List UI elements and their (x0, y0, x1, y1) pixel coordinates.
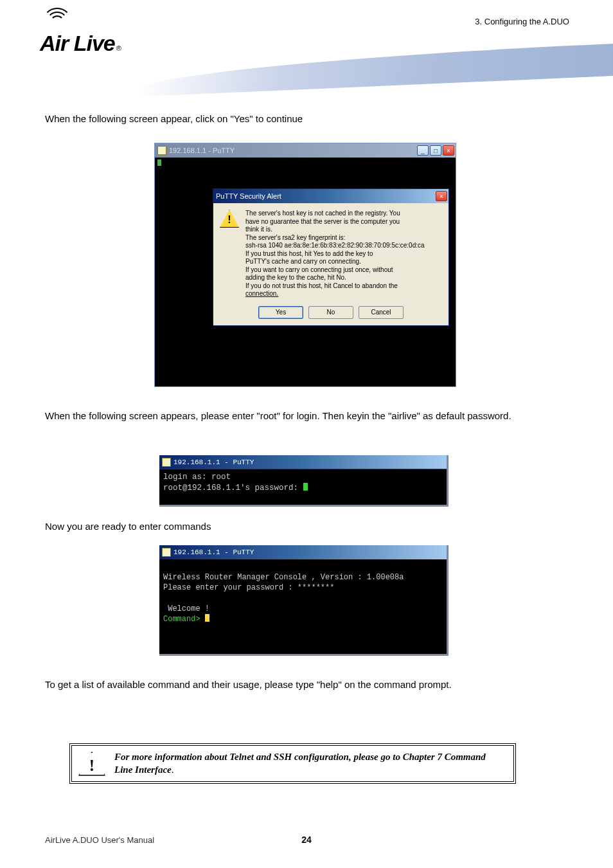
header-swoosh (138, 44, 613, 96)
warning-icon (220, 210, 239, 228)
alert-title: PuTTY Security Alert (216, 192, 281, 200)
alert-line: ssh-rsa 1040 ae:8a:8e:1e:6b:83:e2:82:90:… (245, 242, 425, 250)
alert-line: have no guarantee that the server is the… (245, 218, 425, 226)
putty-icon (162, 548, 171, 557)
alert-button-row: Yes No Cancel (213, 302, 449, 325)
alert-line: The server's rsa2 key fingerprint is: (245, 234, 425, 242)
screenshot-putty-login: 192.168.1.1 - PuTTY login as: root root@… (159, 455, 449, 507)
para-3: Now you are ready to enter commands (45, 520, 211, 534)
term-line: login as: root (163, 473, 231, 482)
terminal-content: login as: root root@192.168.1.1's passwo… (159, 469, 447, 496)
window-titlebar: 192.168.1.1 - PuTTY (159, 545, 447, 559)
para-2: When the following screen appears, pleas… (45, 409, 569, 424)
alert-connection-link[interactable]: connection. (245, 290, 278, 297)
window-title: 192.168.1.1 - PuTTY (169, 147, 235, 154)
header-chapter: 3. Configuring the A.DUO (475, 15, 569, 28)
alert-line: adding the key to the cache, hit No. (245, 274, 425, 282)
caution-icon (78, 752, 105, 776)
footer-page-number: 24 (301, 835, 312, 845)
para-1: When the following screen appear, click … (45, 112, 303, 127)
minimize-button[interactable]: _ (417, 145, 429, 156)
term-line: root@192.168.1.1's password: (163, 484, 303, 493)
window-titlebar-inactive: 192.168.1.1 - PuTTY _ □ × (155, 143, 456, 158)
term-line: Welcome ! (163, 604, 209, 613)
alert-line: If you do not trust this host, hit Cance… (245, 282, 425, 291)
terminal-content: Wireless Router Manager Console , Versio… (159, 559, 447, 627)
alert-line: The server's host key is not cached in t… (245, 210, 425, 218)
window-title: 192.168.1.1 - PuTTY (173, 548, 254, 556)
close-button[interactable]: × (443, 145, 454, 156)
callout-text: For more information about Telnet and SS… (114, 751, 504, 776)
alert-line: think it is. (245, 226, 425, 234)
cancel-button[interactable]: Cancel (359, 306, 404, 319)
logo-registered: ® (116, 44, 121, 52)
cursor-icon (303, 483, 308, 491)
window-title: 192.168.1.1 - PuTTY (173, 458, 254, 466)
command-prompt: Command> (163, 615, 205, 624)
putty-icon (162, 458, 171, 467)
alert-titlebar: PuTTY Security Alert × (213, 189, 449, 203)
security-alert-dialog: PuTTY Security Alert × The server's host… (213, 188, 449, 326)
window-titlebar: 192.168.1.1 - PuTTY (159, 455, 447, 469)
cursor-icon (205, 614, 209, 622)
footer-manual-title: AirLive A.DUO User's Manual (45, 835, 154, 845)
alert-line: PuTTY's cache and carry on connecting. (245, 258, 425, 266)
screenshot-putty-console: 192.168.1.1 - PuTTY Wireless Router Mana… (159, 545, 449, 656)
alert-close-button[interactable]: × (436, 191, 447, 201)
info-callout: For more information about Telnet and SS… (69, 743, 516, 784)
term-line: Wireless Router Manager Console , Versio… (163, 573, 404, 582)
brand-logo: Air Live® (40, 13, 121, 56)
alert-line: If you want to carry on connecting just … (245, 266, 425, 275)
para-4: To get a list of available command and t… (45, 678, 569, 692)
alert-line: If you trust this host, hit Yes to add t… (245, 250, 425, 258)
wifi-icon (42, 13, 73, 31)
putty-icon (157, 146, 166, 155)
no-button[interactable]: No (308, 306, 353, 319)
screenshot-putty-alert: 192.168.1.1 - PuTTY _ □ × PuTTY Security… (154, 143, 456, 387)
alert-message: The server's host key is not cached in t… (245, 210, 425, 298)
maximize-button[interactable]: □ (430, 145, 441, 156)
term-line: Please enter your password : ******** (163, 583, 334, 592)
yes-button[interactable]: Yes (258, 306, 303, 319)
window-controls: _ □ × (417, 145, 454, 156)
